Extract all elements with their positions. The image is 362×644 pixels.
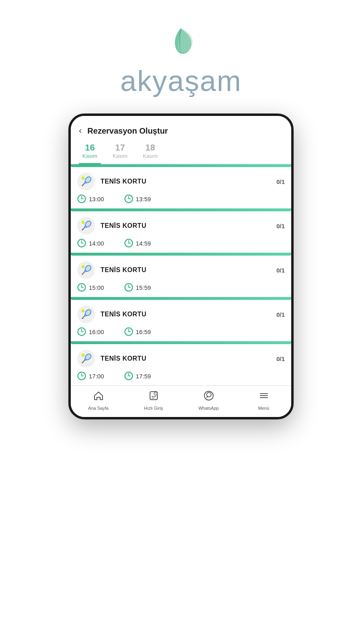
slot-capacity-0: 0/1 [276, 178, 285, 185]
date-num-16: 16 [85, 142, 95, 153]
tennis-icon-2: 🎾 [77, 261, 95, 279]
tennis-icon-1: 🎾 [77, 217, 95, 235]
slot-name-4: TENİS KORTU [101, 355, 276, 362]
slot-main-row-3: 🎾 TENİS KORTU 0/1 [71, 305, 291, 327]
slot-start-time-2: 15:00 [89, 284, 104, 291]
date-month-18: Kasım [143, 153, 158, 159]
slot-start-time-0: 13:00 [89, 196, 104, 202]
slot-end-time-2: 15:59 [136, 284, 151, 291]
slot-end-1: 14:59 [124, 239, 151, 248]
slot-times-1: 14:00 14:59 [71, 239, 291, 248]
nav-label-home: Ana Sayfa [88, 406, 109, 411]
slot-end-2: 15:59 [124, 283, 151, 292]
slot-start-time-3: 16:00 [89, 328, 104, 335]
nav-item-hizli[interactable]: + Hızlı Giriş [126, 390, 181, 411]
slot-times-0: 13:00 13:59 [71, 194, 291, 203]
logo-text: akyaşam [120, 64, 242, 97]
slot-main-row-0: 🎾 TENİS KORTU 0/1 [71, 173, 291, 194]
date-tab-17[interactable]: 17 Kasım [109, 142, 131, 164]
slot-start-0: 13:00 [77, 194, 104, 203]
date-month-17: Kasım [113, 153, 128, 159]
whatsapp-icon [203, 390, 214, 404]
menu-icon [258, 390, 269, 404]
slot-end-4: 17:59 [124, 372, 151, 380]
clock-start-icon-0 [77, 194, 86, 203]
clock-end-icon-3 [124, 327, 133, 336]
slot-card-0[interactable]: 🎾 TENİS KORTU 0/1 13:00 [71, 164, 291, 208]
slot-capacity-2: 0/1 [276, 267, 285, 274]
clock-end-icon-2 [124, 283, 133, 292]
clock-start-icon-4 [77, 372, 86, 380]
slot-times-2: 15:00 15:59 [71, 283, 291, 292]
tennis-icon-4: 🎾 [77, 350, 95, 367]
slot-capacity-4: 0/1 [276, 355, 285, 362]
nav-item-menu[interactable]: Menü [236, 390, 291, 411]
slot-times-4: 17:00 17:59 [71, 372, 291, 380]
slot-times-3: 16:00 16:59 [71, 327, 291, 336]
date-num-17: 17 [115, 142, 125, 153]
bottom-nav: Ana Sayfa + Hızlı Giriş What [71, 386, 291, 417]
slot-name-3: TENİS KORTU [101, 311, 276, 318]
home-icon [93, 390, 104, 404]
slot-capacity-3: 0/1 [276, 311, 285, 318]
slot-name-0: TENİS KORTU [101, 178, 276, 185]
logo-leaf-icon [163, 24, 199, 60]
clock-end-icon-0 [124, 194, 133, 203]
nav-label-menu: Menü [258, 406, 269, 411]
nav-item-home[interactable]: Ana Sayfa [71, 390, 126, 411]
slot-green-bar-0 [71, 164, 291, 167]
nav-label-whatsapp: WhatsApp [198, 406, 219, 411]
clock-start-icon-2 [77, 283, 86, 292]
slot-end-time-0: 13:59 [136, 196, 151, 202]
slot-start-time-1: 14:00 [89, 240, 104, 247]
clock-start-icon-3 [77, 327, 86, 336]
slot-card-3[interactable]: 🎾 TENİS KORTU 0/1 16:00 [71, 297, 291, 341]
nav-item-whatsapp[interactable]: WhatsApp [181, 390, 236, 411]
date-tabs: 16 Kasım 17 Kasım 18 Kasım [71, 140, 291, 164]
slot-list: 🎾 TENİS KORTU 0/1 13:00 [71, 164, 291, 386]
page-title: Rezervasyon Oluştur [87, 126, 168, 136]
date-tab-16[interactable]: 16 Kasım [79, 142, 101, 164]
slot-green-bar-3 [71, 297, 291, 300]
slot-start-time-4: 17:00 [89, 373, 104, 380]
app-header: ‹ Rezervasyon Oluştur [71, 116, 291, 140]
slot-green-bar-2 [71, 253, 291, 256]
date-month-16: Kasım [82, 153, 97, 159]
slot-end-time-3: 16:59 [136, 328, 151, 335]
slot-card-1[interactable]: 🎾 TENİS KORTU 0/1 14:00 [71, 208, 291, 253]
phone-frame: ‹ Rezervasyon Oluştur 16 Kasım 17 Kasım … [68, 114, 294, 419]
slot-end-time-1: 14:59 [136, 240, 151, 247]
clock-end-icon-4 [124, 372, 133, 380]
hizli-icon: + [148, 390, 159, 404]
back-button[interactable]: ‹ [79, 126, 82, 136]
slot-end-3: 16:59 [124, 327, 151, 336]
slot-end-time-4: 17:59 [136, 373, 151, 380]
slot-main-row-1: 🎾 TENİS KORTU 0/1 [71, 217, 291, 239]
slot-name-2: TENİS KORTU [101, 266, 276, 274]
slot-main-row-4: 🎾 TENİS KORTU 0/1 [71, 350, 291, 372]
slot-green-bar-1 [71, 208, 291, 211]
slot-end-0: 13:59 [124, 194, 151, 203]
date-tab-18[interactable]: 18 Kasım [139, 142, 161, 164]
slot-card-2[interactable]: 🎾 TENİS KORTU 0/1 15:00 [71, 253, 291, 297]
logo-area: akyaşam [120, 24, 242, 97]
slot-start-3: 16:00 [77, 327, 104, 336]
slot-start-2: 15:00 [77, 283, 104, 292]
slot-start-4: 17:00 [77, 372, 104, 380]
tennis-icon-0: 🎾 [77, 173, 95, 190]
slot-capacity-1: 0/1 [276, 223, 285, 229]
clock-end-icon-1 [124, 239, 133, 248]
svg-text:+: + [155, 392, 156, 395]
slot-green-bar-4 [71, 341, 291, 344]
tennis-icon-3: 🎾 [77, 305, 95, 323]
slot-main-row-2: 🎾 TENİS KORTU 0/1 [71, 261, 291, 283]
slot-card-4[interactable]: 🎾 TENİS KORTU 0/1 17:00 [71, 341, 291, 386]
date-num-18: 18 [145, 142, 155, 153]
slot-start-1: 14:00 [77, 239, 104, 248]
clock-start-icon-1 [77, 239, 86, 248]
nav-label-hizli: Hızlı Giriş [144, 406, 163, 411]
slot-name-1: TENİS KORTU [101, 222, 276, 229]
